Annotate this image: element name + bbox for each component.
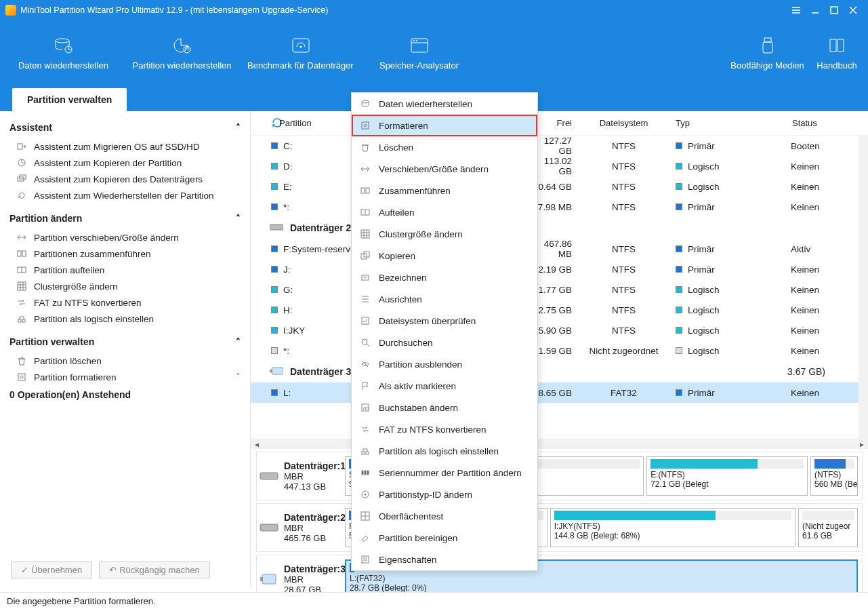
undo-button[interactable]: ↶Rückgängig machen: [99, 561, 210, 578]
ctx-set-logical[interactable]: Partition als logisch einstellen: [352, 440, 537, 462]
col-fs[interactable]: Dateisystem: [572, 118, 670, 128]
scroll-left-icon[interactable]: ◄: [253, 441, 260, 448]
ctx-move-resize[interactable]: Verschieben/Größe ändern: [352, 158, 537, 180]
svg-rect-24: [272, 368, 283, 374]
table-row[interactable]: *:61.59 GBNicht zugeordnetLogischKeinen: [251, 340, 868, 361]
data-recovery-button[interactable]: Daten wiederherstellen: [4, 20, 123, 85]
sidebar-item-set-logical[interactable]: Partition als logisch einstellen: [9, 311, 241, 327]
sidebar-item-move-resize[interactable]: Partition verschieben/Größe ändern: [9, 229, 241, 245]
table-row[interactable]: D:113.02 GBNTFSLogischKeinen: [251, 156, 868, 176]
sidebar-item-recover-partition[interactable]: Assistent zum Wiederherstellen der Parti…: [9, 187, 241, 203]
ctx-format[interactable]: Formatieren: [352, 115, 537, 136]
format-icon: [360, 120, 371, 131]
app-logo: [5, 5, 16, 16]
ctx-split[interactable]: Aufteilen: [352, 201, 537, 223]
sidebar-item-migrate-os[interactable]: Assistent zum Migrieren OS auf SSD/HD: [9, 138, 241, 155]
manual-button[interactable]: Handbuch: [810, 20, 864, 85]
color-square-icon: [676, 307, 682, 313]
chevron-up-icon: ˄: [236, 213, 241, 224]
table-row[interactable]: E:20.64 GBNTFSLogischKeinen: [251, 176, 868, 197]
table-row[interactable]: I:JKY45.90 GBNTFSLogischKeinen: [251, 320, 868, 340]
ctx-change-letter[interactable]: abBuchstaben ändern: [352, 397, 537, 418]
content-area: Partition Frei Dateisystem Typ Status C:…: [251, 111, 868, 587]
table-row[interactable]: *:87.98 MBNTFSPrimärKeinen: [251, 197, 868, 217]
table-row[interactable]: F:System-reserviert467.86 MBNTFSPrimärAk…: [251, 239, 868, 259]
scroll-right-icon[interactable]: ►: [859, 441, 865, 448]
sidebar-header-change[interactable]: Partition ändern˄: [9, 213, 241, 224]
minimize-button[interactable]: [806, 1, 825, 20]
sidebar-actions: ✓Übernehmen ↶Rückgängig machen: [11, 561, 210, 578]
ctx-align[interactable]: Ausrichten: [352, 288, 537, 310]
ctx-check-fs[interactable]: Dateisystem überprüfen: [352, 310, 537, 332]
col-status[interactable]: Status: [731, 118, 833, 128]
close-button[interactable]: [844, 1, 863, 20]
disk-header-row[interactable]: Datenträger 33.67 GB): [251, 361, 868, 382]
color-square-icon: [271, 286, 278, 293]
partition-box[interactable]: E:(NTFS)72.1 GB (Belegt: [646, 456, 808, 496]
ctx-wipe[interactable]: Partition bereinigen: [352, 527, 537, 549]
ctx-delete[interactable]: Löschen: [352, 136, 537, 158]
ctx-type-id[interactable]: Partitionstyp-ID ändern: [352, 484, 537, 505]
svg-rect-20: [22, 319, 25, 322]
ctx-set-active[interactable]: Als aktiv markieren: [352, 375, 537, 397]
ctx-merge[interactable]: Zusammenführen: [352, 180, 537, 201]
table-row[interactable]: L:28.65 GBFAT32PrimärKeinen: [251, 382, 868, 403]
chevron-up-icon: ˄: [236, 336, 241, 347]
apply-button[interactable]: ✓Übernehmen: [11, 561, 92, 578]
tab-manage-partition[interactable]: Partition verwalten: [12, 88, 127, 111]
sidebar-item-cluster[interactable]: Clustergröße ändern: [9, 278, 241, 294]
cluster-icon: [16, 281, 27, 292]
ctx-label[interactable]: Bezeichnen: [352, 267, 537, 288]
sidebar-item-delete[interactable]: Partition löschen: [9, 353, 241, 369]
usb-drive-icon: [270, 367, 283, 376]
partition-box[interactable]: I:JKY(NTFS)144.8 GB (Belegt: 68%): [550, 508, 795, 547]
gauge-icon: [289, 36, 312, 55]
sidebar-item-copy-disk[interactable]: Assistent zum Kopieren des Datenträgers: [9, 171, 241, 187]
sidebar-item-split[interactable]: Partition aufteilen: [9, 262, 241, 278]
menu-icon[interactable]: [787, 1, 806, 20]
ctx-explore[interactable]: Durchsuchen: [352, 332, 537, 353]
bootable-media-button[interactable]: Bootfähige Medien: [725, 20, 810, 85]
svg-rect-31: [260, 577, 263, 581]
ctx-hide[interactable]: Partition ausblenden: [352, 353, 537, 375]
benchmark-button[interactable]: Benchmark für Datenträger: [241, 20, 360, 85]
hdd-icon: [260, 521, 278, 534]
table-row[interactable]: C:127.27 GBNTFSPrimärBooten: [251, 136, 868, 156]
ctx-copy[interactable]: Kopieren: [352, 245, 537, 267]
table-row[interactable]: G:31.77 GBNTFSLogischKeinen: [251, 279, 868, 300]
sidebar-item-copy-partition[interactable]: Assistent zum Kopieren der Partition: [9, 155, 241, 171]
ctx-properties[interactable]: Eigenschaften: [352, 549, 537, 570]
ctx-serial[interactable]: Seriennummer der Partition ändern: [352, 462, 537, 484]
pending-operations: 0 Operation(en) Anstehend: [9, 389, 241, 400]
ctx-cluster[interactable]: Clustergröße ändern: [352, 223, 537, 245]
toolbar-label: Daten wiederherstellen: [18, 60, 108, 71]
sidebar-item-format[interactable]: Partition formatieren˅: [9, 369, 241, 385]
ctx-surface-test[interactable]: Oberflächentest: [352, 505, 537, 527]
database-refresh-icon: [52, 36, 75, 55]
maximize-button[interactable]: [825, 1, 844, 20]
sidebar-item-fat-ntfs[interactable]: FAT zu NTFS konvertieren: [9, 294, 241, 311]
table-row[interactable]: J:22.19 GBNTFSPrimärKeinen: [251, 259, 868, 279]
color-square-icon: [676, 163, 682, 170]
sidebar-item-merge[interactable]: Partitionen zusammenführen: [9, 245, 241, 262]
table-row[interactable]: H:32.75 GBNTFSLogischKeinen: [251, 300, 868, 320]
partition-box[interactable]: (NTFS)560 MB (Bel: [810, 456, 858, 496]
color-square-icon: [271, 163, 278, 170]
color-square-icon: [271, 347, 278, 354]
col-type[interactable]: Typ: [670, 118, 731, 128]
v-scrollbar[interactable]: [859, 136, 868, 439]
sidebar-header-manage[interactable]: Partition verwalten˄: [9, 336, 241, 347]
copy-partition-icon: [16, 157, 27, 168]
status-text: Die angegebene Partition formatieren.: [7, 596, 156, 606]
partition-box[interactable]: (Nicht zugeor61.6 GB: [798, 508, 858, 547]
ctx-fat-ntfs[interactable]: FAT zu NTFS konvertieren: [352, 418, 537, 440]
svg-rect-51: [362, 556, 369, 563]
h-scrollbar[interactable]: ◄►: [251, 439, 868, 449]
disk-header-row[interactable]: Datenträger 2: [251, 217, 868, 239]
logical-icon: [16, 313, 27, 324]
partition-recovery-button[interactable]: Partition wiederherstellen: [123, 20, 241, 85]
sidebar-header-assistent[interactable]: Assistent˄: [9, 122, 241, 133]
ctx-data-recovery[interactable]: Daten wiederherstellen: [352, 93, 537, 115]
copy-disk-icon: [16, 174, 27, 184]
space-analyzer-button[interactable]: Speicher-Analysator: [360, 20, 478, 85]
